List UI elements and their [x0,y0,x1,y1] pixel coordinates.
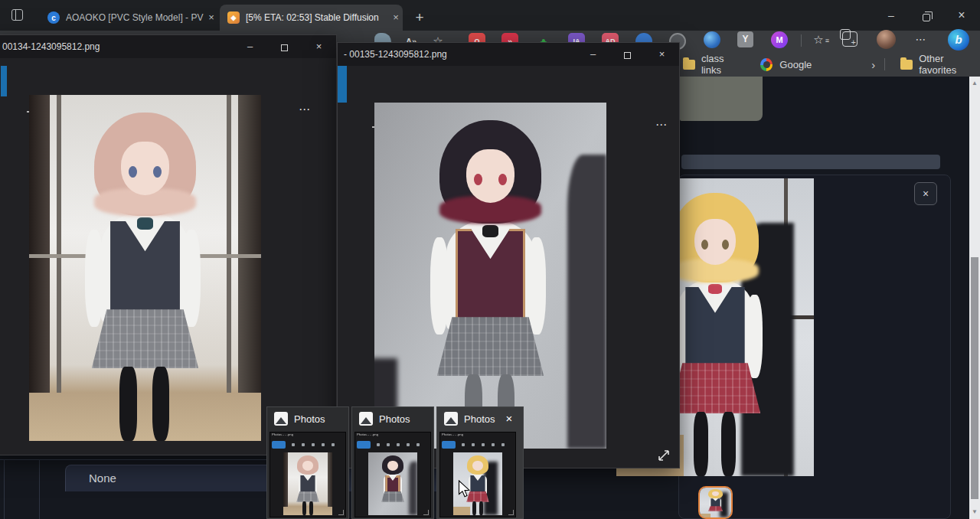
mini-window-title: Photos - …png [272,432,335,436]
profile-avatar[interactable] [877,30,896,49]
see-all-accent[interactable] [338,66,347,103]
minimize-button[interactable]: – [576,43,610,66]
folder-icon [683,60,695,70]
bing-chat-icon[interactable]: b [948,29,969,51]
preview-app-label: Photos [464,413,495,425]
scrollbar-up-icon[interactable]: ▲ [969,78,980,89]
see-more-button[interactable]: ⋯ [655,118,668,132]
mini-window-thumbnail[interactable]: Photos - …png [270,432,346,517]
favorites-divider [884,58,885,70]
panel-border [39,459,40,519]
preview-app-label: Photos [294,413,325,425]
photos-app-icon [444,412,458,426]
gallery-selected-thumbnail[interactable] [698,486,733,519]
tab-close-icon[interactable]: × [389,11,403,24]
scrollbar-down-icon[interactable]: ▼ [969,507,980,517]
mini-window-thumbnail[interactable]: Photos - …png [354,432,431,517]
page-gray-panel [680,77,763,121]
tab-close-icon[interactable]: × [204,11,218,24]
maximize-button[interactable] [610,43,645,66]
new-tab-button[interactable]: + [409,8,430,29]
favorites-overflow-chevron[interactable]: › [871,58,875,71]
mini-resize-handle [508,510,514,515]
minimize-button[interactable]: – [233,35,267,58]
photos-app-icon [274,412,288,426]
mini-resize-handle [423,510,429,515]
folder-icon [900,60,913,70]
see-more-button[interactable]: ⋯ [299,103,311,116]
mini-window-title: Photos - …png [357,432,420,436]
browser-close-button[interactable]: × [944,0,979,31]
favorite-google[interactable]: Google [779,59,812,70]
page-scrollbar[interactable]: ▲ ▼ [969,77,980,519]
mini-accent-button [272,441,286,449]
mini-accent-button [357,441,371,449]
scrollbar-thumb[interactable] [971,257,978,499]
favorites-bar: class links Google › Other favorites [674,54,980,75]
collections-icon[interactable] [842,31,858,47]
mini-window-title: Photos - …png [442,432,505,436]
tab-civitai[interactable]: c AOAOKO [PVC Style Model] - PV × [40,5,218,31]
browser-minimize-button[interactable]: – [874,0,909,31]
taskbar-preview-photos-2[interactable]: Photos Photos - …png [351,406,434,519]
settings-menu-icon[interactable]: ⋯ [912,31,930,48]
taskbar-preview-photos-1[interactable]: Photos Photos - …png [266,406,349,519]
mini-window-thumbnail[interactable]: Photos - …png [439,432,516,517]
photo-00135 [374,103,606,449]
other-favorites[interactable]: Other favorites [919,53,980,76]
google-favicon [760,58,773,71]
preview-close-button[interactable]: × [501,411,517,426]
lightbox-close-button[interactable]: × [914,182,937,205]
gradio-favicon: ◈ [227,11,240,24]
tab-stable-diffusion[interactable]: ◈ [5% ETA: 02:53] Stable Diffusion × [220,5,403,31]
preview-app-label: Photos [379,413,410,425]
maximize-icon [281,44,288,51]
see-all-accent[interactable] [1,66,7,96]
globe-icon[interactable] [704,31,720,48]
favorites-icon[interactable]: ☆ [810,31,827,48]
photo-00134 [29,95,261,441]
maximize-button[interactable] [267,35,302,58]
civitai-favicon: c [47,11,60,24]
photos-app-icon [359,412,373,426]
tab-switcher-icon [11,9,23,21]
tab-title: [5% ETA: 02:53] Stable Diffusion [246,12,389,23]
photos-window-2[interactable]: - 00135-1243095812.png – × ⋯ [337,42,680,468]
generation-progress-bar [681,155,940,169]
mouse-cursor [458,480,472,501]
maximize-icon [624,52,631,59]
m-extension-icon[interactable]: M [771,31,788,48]
expand-icon[interactable] [655,446,673,465]
close-button[interactable]: × [645,43,679,66]
browser-restore-button[interactable] [909,0,944,31]
favorite-class-links[interactable]: class links [701,53,744,76]
mini-accent-button [442,441,456,449]
mini-resize-handle [338,510,344,515]
tab-title: AOAOKO [PVC Style Model] - PV [66,12,204,23]
close-button[interactable]: × [302,35,336,58]
photos-window-1[interactable]: 00134-1243095812.png – × ⋯ [0,34,337,455]
tab-switcher-button[interactable] [9,7,26,24]
panel-border [4,459,5,519]
taskbar-preview-photos-3[interactable]: Photos × Photos - …png [436,406,524,519]
yandex-extension-icon[interactable]: Y [737,31,753,47]
toolbar-divider [801,34,802,47]
restore-icon [923,14,930,21]
